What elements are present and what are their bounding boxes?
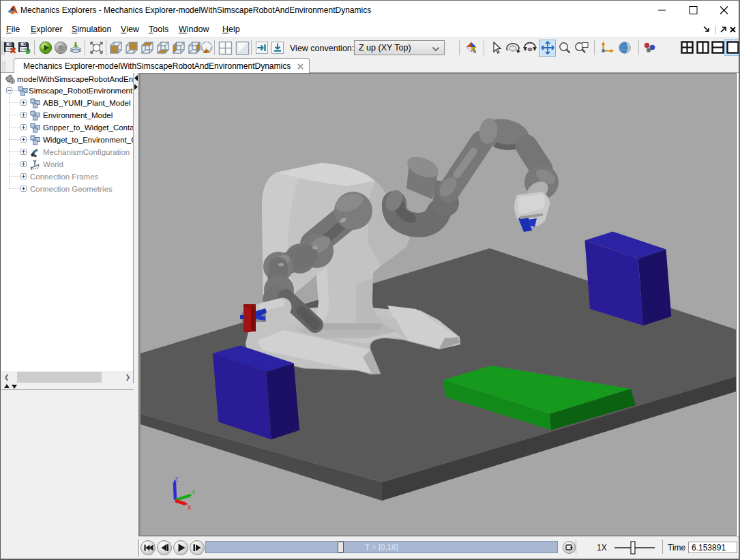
svg-text:Z: Z [175,477,179,484]
svg-text:Y: Y [192,490,196,497]
svg-text:X: X [188,505,192,512]
